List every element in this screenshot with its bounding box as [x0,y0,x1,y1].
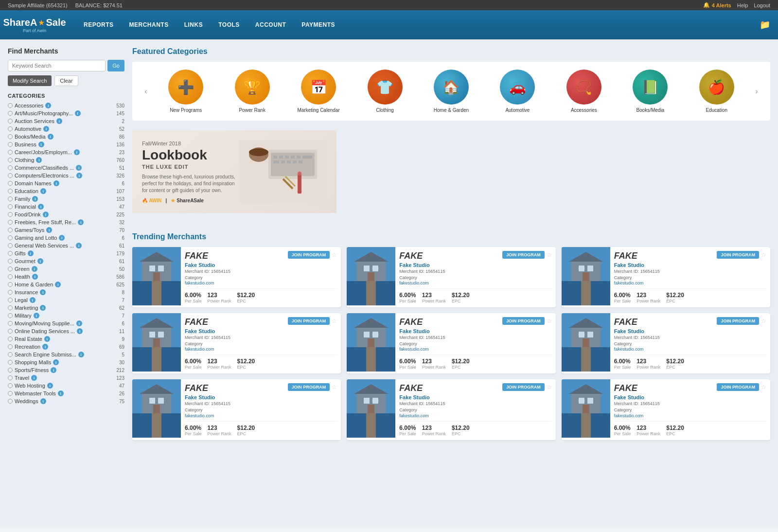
cat-info-icon[interactable]: i [28,250,34,256]
category-item[interactable]: Clothing i 760 [8,156,124,164]
cat-info-icon[interactable]: i [53,180,59,186]
cat-info-icon[interactable]: i [40,398,46,404]
merchant-url[interactable]: fakestudio.com [185,281,337,285]
folder-icon[interactable]: 📁 [760,20,770,30]
cat-info-icon[interactable]: i [46,227,52,233]
favorite-star-icon[interactable]: ☆ [547,384,552,390]
cat-info-icon[interactable]: i [47,383,53,389]
nav-account[interactable]: ACCOUNT [248,10,294,39]
join-program-button[interactable]: JOIN PROGRAM [288,251,330,259]
nav-merchants[interactable]: MERCHANTS [122,10,177,39]
cat-info-icon[interactable]: i [32,196,38,202]
favorite-star-icon[interactable]: ☆ [547,318,552,324]
category-item[interactable]: Freebies, Free Stuff, Re... i 32 [8,218,124,226]
cat-info-icon[interactable]: i [51,367,56,373]
category-item[interactable]: Accessories i 530 [8,102,124,109]
category-item[interactable]: Auction Services i 2 [8,117,124,125]
category-item[interactable]: Commerce/Classifieds ... i 51 [8,164,124,172]
merchant-url[interactable]: fakestudio.com [185,347,337,352]
favorite-star-icon[interactable]: ☆ [547,251,552,258]
category-item[interactable]: Computers/Electronics ... i 326 [8,172,124,179]
nav-reports[interactable]: REPORTS [76,10,122,39]
cat-info-icon[interactable]: i [38,204,44,210]
cat-info-icon[interactable]: i [77,328,83,334]
join-program-button[interactable]: JOIN PROGRAM [502,383,545,391]
cat-info-icon[interactable]: i [74,149,80,155]
merchant-url[interactable]: fakestudio.com [614,347,766,352]
cat-info-icon[interactable]: i [40,289,46,295]
category-item[interactable]: Business i 136 [8,141,124,148]
category-item[interactable]: Military i 7 [8,312,124,319]
category-item[interactable]: Weddings i 75 [8,397,124,405]
favorite-star-icon[interactable]: ☆ [332,318,337,324]
join-program-button[interactable]: JOIN PROGRAM [502,317,545,325]
cat-info-icon[interactable]: i [76,320,82,326]
cat-info-icon[interactable]: i [30,297,35,303]
merchant-url[interactable]: fakestudio.com [185,413,337,418]
merchant-url[interactable]: fakestudio.com [399,413,551,418]
favorite-star-icon[interactable]: ☆ [761,251,766,258]
cat-info-icon[interactable]: i [40,188,46,194]
featured-item[interactable]: ➕ New Programs [164,70,208,113]
merchant-url[interactable]: fakestudio.com [399,347,551,352]
category-item[interactable]: Home & Garden i 625 [8,281,124,288]
next-arrow[interactable]: › [751,86,762,97]
cat-info-icon[interactable]: i [76,173,82,178]
cat-info-icon[interactable]: i [45,103,51,108]
featured-item[interactable]: 👕 Clothing [363,70,407,113]
cat-info-icon[interactable]: i [36,157,42,163]
category-item[interactable]: Insurance i 8 [8,288,124,296]
cat-info-icon[interactable]: i [48,134,53,140]
category-item[interactable]: Search Engine Submiss... i 5 [8,351,124,358]
cat-info-icon[interactable]: i [38,142,44,147]
search-input[interactable] [8,60,106,71]
cat-info-icon[interactable]: i [40,305,46,311]
cat-info-icon[interactable]: i [42,344,48,350]
featured-item[interactable]: 📅 Marketing Calendar [297,70,340,113]
logo[interactable]: ShareA ★ Sale Part of Awin [8,17,61,33]
category-item[interactable]: Automotive i 52 [8,125,124,133]
cat-info-icon[interactable]: i [37,258,43,264]
category-item[interactable]: Web Hosting i 47 [8,382,124,390]
category-item[interactable]: Legal i 7 [8,296,124,304]
cat-info-icon[interactable]: i [44,336,50,342]
category-item[interactable]: Gourmet i 61 [8,257,124,265]
category-item[interactable]: Family i 153 [8,195,124,203]
cat-info-icon[interactable]: i [43,212,49,217]
category-item[interactable]: Online Dating Services ... i 11 [8,327,124,335]
favorite-star-icon[interactable]: ☆ [761,318,766,324]
category-item[interactable]: Health i 586 [8,273,124,281]
favorite-star-icon[interactable]: ☆ [332,251,337,258]
cat-info-icon[interactable]: i [76,165,82,171]
cat-info-icon[interactable]: i [58,390,64,396]
category-item[interactable]: Books/Media i 86 [8,133,124,141]
cat-info-icon[interactable]: i [75,110,81,116]
category-item[interactable]: Games/Toys i 70 [8,226,124,234]
merchant-url[interactable]: fakestudio.com [614,413,766,418]
category-item[interactable]: Real Estate i 9 [8,335,124,343]
prev-arrow[interactable]: ‹ [140,86,152,97]
category-item[interactable]: Green i 50 [8,265,124,273]
featured-item[interactable]: 🚗 Automotive [495,70,539,113]
category-item[interactable]: Marketing i 62 [8,304,124,312]
category-item[interactable]: Recreation i 69 [8,343,124,351]
category-item[interactable]: Art/Music/Photography... i 145 [8,109,124,117]
join-program-button[interactable]: JOIN PROGRAM [502,251,545,259]
category-item[interactable]: Education i 107 [8,187,124,195]
category-item[interactable]: Moving/Moving Supplie... i 6 [8,319,124,327]
join-program-button[interactable]: JOIN PROGRAM [288,317,330,325]
modify-search-button[interactable]: Modify Search [8,75,52,86]
join-program-button[interactable]: JOIN PROGRAM [288,383,330,391]
cat-info-icon[interactable]: i [32,266,37,272]
help-link[interactable]: Help [737,2,748,8]
category-item[interactable]: Gifts i 179 [8,249,124,257]
nav-tools[interactable]: TOOLS [211,10,248,39]
favorite-star-icon[interactable]: ☆ [761,384,766,390]
merchant-url[interactable]: fakestudio.com [399,281,551,285]
favorite-star-icon[interactable]: ☆ [332,384,337,390]
cat-info-icon[interactable]: i [56,118,62,124]
category-item[interactable]: Domain Names i 6 [8,179,124,187]
join-program-button[interactable]: JOIN PROGRAM [717,251,759,259]
cat-info-icon[interactable]: i [55,282,61,287]
category-item[interactable]: Food/Drink i 225 [8,211,124,218]
